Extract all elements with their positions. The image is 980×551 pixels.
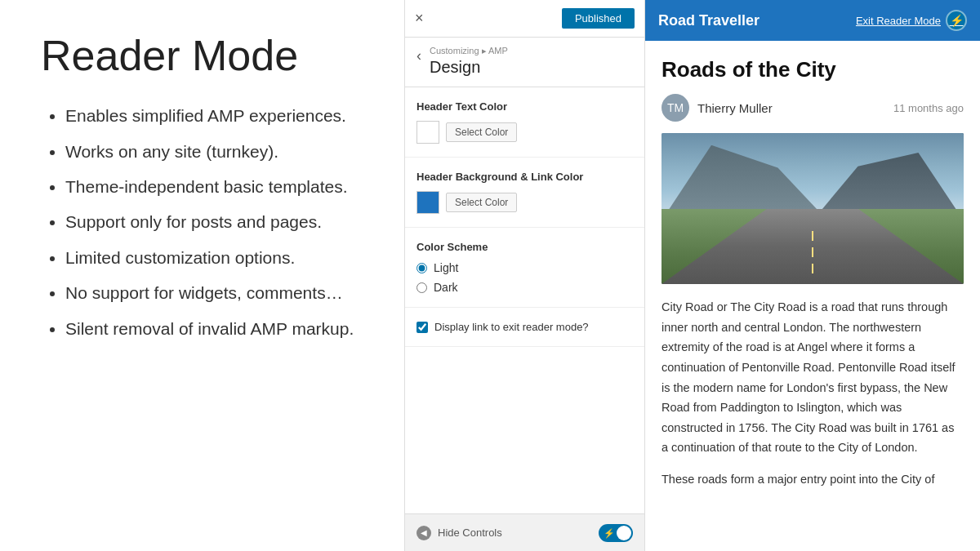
header-text-color-row: Select Color xyxy=(416,121,633,144)
radio-dark[interactable]: Dark xyxy=(416,281,633,294)
lightning-icon: ⚡ xyxy=(604,527,615,538)
back-arrow[interactable]: ‹ xyxy=(416,47,421,64)
header-bg-link-color-section: Header Background & Link Color Select Co… xyxy=(405,158,644,228)
article-paragraph-2: These roads form a major entry point int… xyxy=(662,469,964,490)
article-title: Roads of the City xyxy=(662,57,964,82)
author-left: TM Thierry Muller xyxy=(662,94,773,122)
header-bg-link-color-swatch[interactable] xyxy=(416,191,439,214)
list-item: No support for widgets, comments… xyxy=(65,281,363,304)
left-panel: Reader Mode Enables simplified AMP exper… xyxy=(0,0,404,551)
select-color-button-2[interactable]: Select Color xyxy=(446,193,517,212)
preview-topbar: Road Traveller Exit Reader Mode ⚡ xyxy=(645,0,980,41)
author-row: TM Thierry Muller 11 months ago xyxy=(662,94,964,122)
customizer-header: ‹ Customizing ▸ AMP Design xyxy=(405,38,644,87)
list-item: Theme-independent basic templates. xyxy=(65,175,363,198)
display-link-label: Display link to exit reader mode? xyxy=(434,321,589,333)
close-button[interactable]: × xyxy=(415,10,424,27)
customizer-topbar: × Published xyxy=(405,0,644,38)
article-paragraph-1: City Road or The City Road is a road tha… xyxy=(662,297,964,458)
list-item: Limited customization options. xyxy=(65,246,363,269)
display-link-section: Display link to exit reader mode? xyxy=(405,308,644,347)
header-bg-link-color-row: Select Color xyxy=(416,191,633,214)
road-scene xyxy=(662,133,964,284)
author-name: Thierry Muller xyxy=(697,101,773,115)
customizer-panel: × Published ‹ Customizing ▸ AMP Design H… xyxy=(404,0,645,551)
page-heading: Reader Mode xyxy=(41,33,363,79)
header-text-color-label: Header Text Color xyxy=(416,100,633,113)
color-scheme-section: Color Scheme Light Dark xyxy=(405,228,644,308)
article-image xyxy=(662,133,964,284)
author-avatar: TM xyxy=(662,94,689,122)
site-title: Road Traveller xyxy=(658,12,760,29)
lightning-circle-icon: ⚡ xyxy=(946,10,967,31)
hide-controls-wrap: ◀ Hide Controls xyxy=(416,526,502,540)
radio-light-label: Light xyxy=(434,261,458,274)
header-bg-link-color-label: Header Background & Link Color xyxy=(416,171,633,183)
list-item: Enables simplified AMP experiences. xyxy=(65,104,363,127)
breadcrumb-trail: Customizing ▸ AMP xyxy=(430,46,508,56)
road-marking xyxy=(812,231,813,277)
preview-content: Roads of the City TM Thierry Muller 11 m… xyxy=(645,41,980,551)
radio-dark-label: Dark xyxy=(434,281,458,294)
exit-reader-mode-button[interactable]: Exit Reader Mode ⚡ xyxy=(856,10,967,31)
display-link-checkbox-row[interactable]: Display link to exit reader mode? xyxy=(416,321,633,333)
select-color-button-1[interactable]: Select Color xyxy=(446,122,517,142)
radio-dark-input[interactable] xyxy=(416,282,427,293)
article-body: City Road or The City Road is a road tha… xyxy=(662,297,964,490)
post-date: 11 months ago xyxy=(893,102,964,114)
breadcrumb-wrap: Customizing ▸ AMP Design xyxy=(430,46,508,77)
customizer-body: Header Text Color Select Color Header Ba… xyxy=(405,87,644,513)
list-item: Silent removal of invalid AMP markup. xyxy=(65,317,363,340)
radio-light[interactable]: Light xyxy=(416,261,633,274)
display-link-checkbox[interactable] xyxy=(416,322,428,333)
section-title: Design xyxy=(430,58,508,77)
color-scheme-radio-group: Light Dark xyxy=(416,261,633,294)
hide-controls-toggle[interactable]: ⚡ xyxy=(599,524,633,542)
published-button[interactable]: Published xyxy=(562,8,635,29)
list-item: Works on any site (turnkey). xyxy=(65,140,363,163)
customizer-bottombar: ◀ Hide Controls ⚡ xyxy=(405,513,644,551)
exit-reader-mode-label: Exit Reader Mode xyxy=(856,15,941,27)
hide-controls-label: Hide Controls xyxy=(438,527,502,539)
color-scheme-label: Color Scheme xyxy=(416,241,633,253)
preview-panel: Road Traveller Exit Reader Mode ⚡ Roads … xyxy=(645,0,980,551)
header-text-color-section: Header Text Color Select Color xyxy=(405,87,644,158)
bullet-list: Enables simplified AMP experiences.Works… xyxy=(41,104,363,352)
header-text-color-swatch[interactable] xyxy=(416,121,439,144)
list-item: Support only for posts and pages. xyxy=(65,210,363,233)
radio-light-input[interactable] xyxy=(416,263,427,273)
hide-controls-icon: ◀ xyxy=(416,526,431,540)
